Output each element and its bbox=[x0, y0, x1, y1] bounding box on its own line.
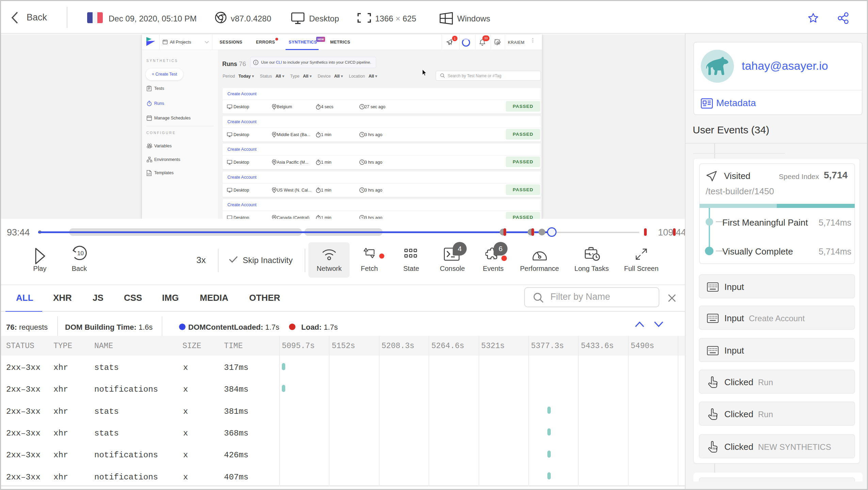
svg-text:10: 10 bbox=[77, 250, 84, 257]
